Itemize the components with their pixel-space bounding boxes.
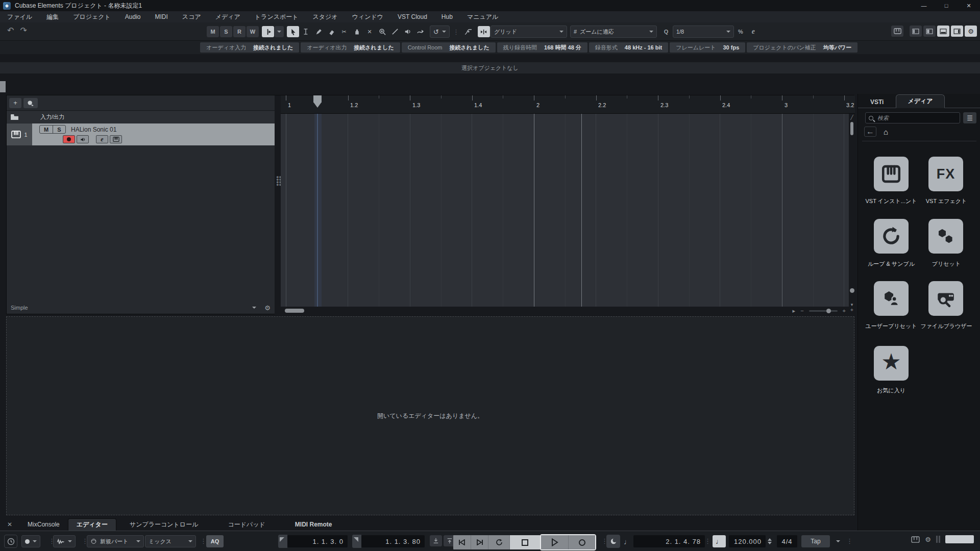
media-list-view-button[interactable]: ☰ (963, 112, 976, 123)
framerate-status[interactable]: フレームレート30 fps (670, 42, 745, 53)
event-grid[interactable] (281, 114, 849, 307)
preroll-button[interactable] (606, 535, 620, 548)
tab-midi-remote[interactable]: MIDI Remote (287, 518, 340, 531)
menu-studio[interactable]: スタジオ (306, 11, 345, 22)
menu-midi[interactable]: MIDI (148, 11, 175, 22)
tempo-spinner[interactable] (768, 536, 772, 546)
punch-in-button[interactable] (430, 535, 442, 546)
vscroll-thumb[interactable] (850, 122, 853, 135)
lower-zone-toggle[interactable] (937, 26, 949, 37)
tempo-track-button[interactable]: ♩ (713, 535, 726, 547)
left-locator-flag-icon[interactable] (278, 535, 287, 548)
write-automation-button[interactable]: W (247, 26, 259, 37)
menu-scores[interactable]: スコア (175, 11, 208, 22)
vertical-scrollbar[interactable]: ╱ ▾ + (849, 114, 855, 315)
zoom-in-button[interactable]: + (843, 308, 846, 314)
range-selection-tool[interactable] (300, 26, 312, 37)
tempo-dropdown[interactable] (833, 535, 843, 547)
autoscroll-dropdown[interactable] (275, 26, 284, 37)
scroll-right-arrow[interactable]: ▸ (793, 308, 796, 314)
file-browser-tile[interactable] (928, 281, 963, 316)
right-locator-display[interactable]: 1. 1. 3. 80 (361, 535, 425, 547)
edit-channel-button[interactable]: e (96, 135, 108, 143)
horizontal-scrollbar[interactable]: ▸ − + (281, 307, 849, 315)
hzoom-thumb[interactable] (826, 309, 831, 313)
menu-window[interactable]: ウィンドウ (345, 11, 390, 22)
right-zone-toggle[interactable] (951, 26, 963, 37)
goto-previous-marker-button[interactable] (453, 535, 471, 549)
presets-tile[interactable] (928, 219, 963, 254)
tab-media[interactable]: メディア (896, 94, 944, 108)
line-tool[interactable] (389, 26, 401, 37)
hscroll-thumb[interactable] (285, 309, 304, 313)
edit-instrument-button[interactable] (110, 135, 122, 143)
menu-edit[interactable]: 編集 (39, 11, 66, 22)
media-search-box[interactable] (865, 112, 960, 123)
add-track-button[interactable]: + (9, 98, 21, 108)
track-name[interactable]: HALion Sonic 01 (71, 126, 116, 133)
io-folder-track[interactable]: 入力/出力 (7, 111, 275, 123)
close-lower-zone-button[interactable]: ✕ (0, 521, 19, 528)
maximize-button[interactable]: □ (935, 0, 958, 11)
track-event-divider[interactable]: ●●●●●●●● (275, 95, 281, 315)
vst-instruments-tile[interactable] (874, 157, 909, 191)
track-mute-button[interactable]: M (40, 126, 53, 133)
iterative-quantize-button[interactable]: % (734, 26, 747, 37)
menu-manual[interactable]: マニュアル (460, 11, 505, 22)
menu-vst-cloud[interactable]: VST Cloud (390, 11, 434, 22)
automation-follows-events-button[interactable] (462, 26, 475, 37)
record-enable-button[interactable] (63, 135, 75, 143)
playhead-handle[interactable] (313, 95, 322, 108)
record-mode-dropdown[interactable] (21, 535, 40, 547)
mute-tool[interactable]: ✕ (363, 26, 376, 37)
menu-transport[interactable]: トランスポート (248, 11, 306, 22)
secondary-time-display[interactable]: 2. 1. 4. 78 (633, 535, 705, 547)
hzoom-slider[interactable] (809, 310, 838, 312)
record-mix-dropdown[interactable]: ミックス (145, 535, 196, 547)
window-divider-handle[interactable] (0, 81, 6, 92)
nudge-palette[interactable]: ↺ (430, 26, 450, 38)
vzoom-in-button[interactable]: + (849, 307, 855, 313)
glue-tool[interactable] (351, 26, 363, 37)
grid-type-dropdown[interactable]: # ズームに適応 (570, 26, 657, 38)
split-tool[interactable]: ✂ (338, 26, 350, 37)
record-time-status[interactable]: 残り録音時間168 時間 48 分 (497, 42, 587, 53)
tab-vsti[interactable]: VSTi (858, 96, 896, 108)
color-tool[interactable] (414, 26, 427, 37)
onscreen-keyboard-icon[interactable] (911, 536, 920, 543)
goto-next-marker-button[interactable] (471, 535, 488, 549)
menu-hub[interactable]: Hub (434, 11, 460, 22)
user-presets-tile[interactable] (874, 281, 909, 316)
midi-insert-dropdown[interactable]: 新規パート (87, 535, 144, 547)
instrument-track-row[interactable]: 1 M S HALion Sonic 01 e (7, 123, 275, 145)
left-locator-display[interactable]: 1. 1. 3. 0 (287, 535, 348, 547)
minimize-button[interactable]: — (913, 0, 935, 11)
audio-output-status[interactable]: オーディオ出力接続されました (301, 42, 400, 53)
performance-meter[interactable] (945, 535, 974, 543)
tap-tempo-button[interactable]: Tap (801, 535, 830, 547)
read-automation-button[interactable]: R (233, 26, 246, 37)
menu-file[interactable]: ファイル (0, 11, 39, 22)
pan-law-status[interactable]: プロジェクトのパン補正均等パワー (747, 42, 857, 53)
media-back-button[interactable]: ← (864, 127, 876, 137)
record-button[interactable] (568, 535, 595, 549)
zoom-out-button[interactable]: − (800, 308, 803, 314)
autoscroll-button[interactable] (262, 26, 274, 37)
racks-keyboard-button[interactable] (891, 26, 903, 37)
transport-gear-icon[interactable]: ⚙ (925, 536, 931, 543)
favorites-tile[interactable]: ★ (874, 346, 909, 381)
monitor-button[interactable] (77, 135, 89, 143)
quantize-preset-dropdown[interactable]: 1/8 (673, 26, 734, 38)
erase-tool[interactable] (325, 26, 337, 37)
close-button[interactable]: ✕ (958, 0, 980, 11)
transport-clock-button[interactable] (4, 535, 17, 548)
snap-button[interactable] (478, 26, 490, 37)
menu-media[interactable]: メディア (208, 11, 248, 22)
right-locator-flag-icon[interactable] (352, 535, 361, 548)
tempo-display[interactable]: 120.000 (729, 535, 766, 547)
vst-effects-tile[interactable]: FX (928, 157, 963, 191)
window-layout-setup-button[interactable]: ⚙ (965, 26, 977, 37)
record-format-status[interactable]: 録音形式48 kHz - 16 bit (589, 42, 668, 53)
snap-type-dropdown[interactable]: グリッド (491, 26, 567, 38)
redo-icon[interactable]: ↷ (20, 26, 27, 35)
